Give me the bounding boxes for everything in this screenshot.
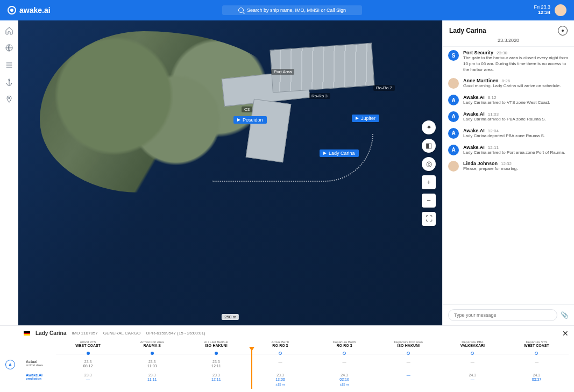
message-input[interactable] [448, 309, 557, 321]
brand: awake.ai [8, 6, 51, 15]
message-author: Port Security [463, 50, 493, 55]
message-text: Lady Carina departed PBA zone Rauma S. [463, 133, 569, 139]
timeline-cell: 23.3— [56, 371, 120, 389]
timeline-body: A Arrival VTSWEST COASTArrival Port Area… [24, 340, 569, 389]
map-pier [270, 42, 374, 92]
fit-view-button[interactable]: ⛶ [422, 212, 436, 226]
timeline-dot-cell [505, 350, 569, 358]
compass-icon[interactable]: ✦ [422, 120, 436, 134]
timeline-dot-cell [56, 350, 120, 358]
message-avatar: A [448, 111, 459, 122]
timeline-column-header: Departure VTSWEST COAST [505, 340, 569, 350]
message: AAwake.AI11:03Lady Carina arrived to PBA… [448, 111, 569, 123]
left-nav [0, 20, 18, 325]
timeline-cell: 24.303:37 [505, 371, 569, 389]
timeline-cell: 23.311:11 [120, 371, 184, 389]
map-berth-label: C3 [242, 106, 252, 112]
message-time: 11:03 [488, 112, 499, 117]
message-feed[interactable]: SPort Security23:30The gate to the harbo… [443, 47, 574, 304]
timeline-cell: — [377, 371, 441, 389]
timeline-column-header: At / Last Berth atISO-HAKUNI [184, 340, 248, 350]
timeline-column-header: Departure Port AreaISO-HAKUNI [377, 340, 441, 350]
layers-icon[interactable]: ◧ [422, 139, 436, 153]
awake-ai-badge-icon: A [5, 360, 15, 369]
timeline-cell: — [313, 358, 377, 371]
message-text: The gate to the harbour area is closed e… [463, 55, 569, 73]
timeline-cell: 23.311:03 [120, 358, 184, 371]
ship-icon [356, 117, 359, 120]
timeline-cell: — [505, 358, 569, 371]
search-box[interactable]: Search by ship name, IMO, MMSI or Call S… [222, 5, 362, 15]
svg-point-1 [8, 79, 10, 81]
timeline-cell: 23.312:11 [184, 371, 248, 389]
map-tools: ✦ ◧ ◎ + − ⛶ [422, 120, 436, 226]
timeline-dot-cell [441, 350, 505, 358]
timeline-cell: 24.302:16±15 m [313, 371, 377, 389]
timeline-column-header: Departure BerthRO-RO 3 [313, 340, 377, 350]
map-berth-label: Ro-Ro 7 [373, 85, 395, 91]
timeline-imo: IMO 1107057 [72, 331, 97, 336]
ship-icon [237, 118, 240, 122]
message-author: Linda Johnson [463, 161, 498, 166]
message-avatar: A [448, 128, 459, 139]
search-placeholder: Search by ship name, IMO, MMSI or Call S… [247, 8, 346, 13]
map[interactable]: Port Area Ro-Ro 3 Ro-Ro 7 C3 Poseidon Ju… [18, 20, 442, 325]
close-icon[interactable]: ✕ [562, 329, 569, 338]
vessel-marker-poseidon[interactable]: Poseidon [233, 116, 267, 124]
message-author: Awake.AI [463, 145, 485, 150]
message: AAwake.AI12:11Lady Carina arrived to Por… [448, 145, 569, 156]
pin-icon[interactable] [4, 95, 14, 104]
timeline-column-header: Arrival BerthRO-RO 3 [248, 340, 312, 350]
message-avatar: A [448, 145, 459, 155]
message-time: 12:11 [488, 145, 499, 150]
message-text: Please, prepare for mooring. [463, 166, 569, 172]
panel-title: Lady Carina [449, 27, 486, 34]
zoom-in-button[interactable]: + [422, 175, 436, 189]
map-scale: 250 m [222, 314, 239, 320]
message-text: Lady Carina arrived to VTS zone West Coa… [463, 100, 569, 106]
now-marker [251, 348, 252, 389]
topbar: awake.ai Search by ship name, IMO, MMSI … [0, 0, 574, 20]
timeline-cell: 23.308:12 [56, 358, 120, 371]
message-avatar [448, 161, 459, 172]
user-avatar[interactable] [555, 4, 566, 16]
timeline-dot-cell [184, 350, 248, 358]
message-avatar [448, 78, 459, 89]
zoom-out-button[interactable]: − [422, 194, 436, 208]
timeline-row-label: Actualat Port Area [24, 358, 56, 371]
timeline-column-header: Arrival Port AreaRAUMA S [120, 340, 184, 350]
vessel-marker-lady-carina[interactable]: Lady Carina [320, 149, 359, 157]
globe-icon[interactable] [4, 43, 14, 53]
message: Anne Marttinen8:26Good morning. Lady Car… [448, 78, 569, 89]
message: AAwake.AI8:12Lady Carina arrived to VTS … [448, 95, 569, 106]
timeline-vessel-name: Lady Carina [36, 330, 66, 336]
timeline-column-header: Arrival VTSWEST COAST [56, 340, 120, 350]
message-text: Good morning. Lady Carina will arrive on… [463, 83, 569, 89]
anchor-icon[interactable] [4, 77, 14, 87]
message-text: Lady Carina arrived to Port area zone Po… [463, 150, 569, 156]
locate-vessel-button[interactable] [558, 26, 568, 35]
timeline-cell: 23.313:00±15 m [248, 371, 312, 389]
list-icon[interactable] [4, 60, 14, 70]
timeline-grid: Arrival VTSWEST COASTArrival Port AreaRA… [24, 340, 569, 389]
map-berth-label: Port Area [271, 69, 294, 75]
timeline-type: GENERAL CARGO [103, 331, 141, 336]
home-icon[interactable] [4, 26, 14, 35]
vessel-marker-jupiter[interactable]: Jupiter [352, 115, 379, 122]
timeline-row-label: Awake.AIprediction [24, 371, 56, 389]
timeline-cell: 23.312:11 [184, 358, 248, 371]
attach-icon[interactable]: 📎 [561, 311, 569, 319]
brand-name: awake.ai [19, 6, 51, 15]
chat-panel: Lady Carina 23.3.2020 SPort Security23:3… [442, 20, 574, 325]
timeline-cell: — [377, 358, 441, 371]
message-text: Lady Carina arrived to PBA zone Rauma S. [463, 117, 569, 123]
message-time: 12:04 [488, 129, 499, 133]
message-time: 23:30 [497, 51, 507, 55]
message-author: Awake.AI [463, 111, 485, 117]
clock-time: 12:34 [538, 10, 550, 16]
timeline-cell: 24.3— [441, 371, 505, 389]
panel-date: 23.3.2020 [449, 38, 568, 43]
timeline-cell: — [441, 358, 505, 371]
target-icon[interactable]: ◎ [422, 157, 436, 171]
message-time: 8:12 [488, 95, 497, 100]
